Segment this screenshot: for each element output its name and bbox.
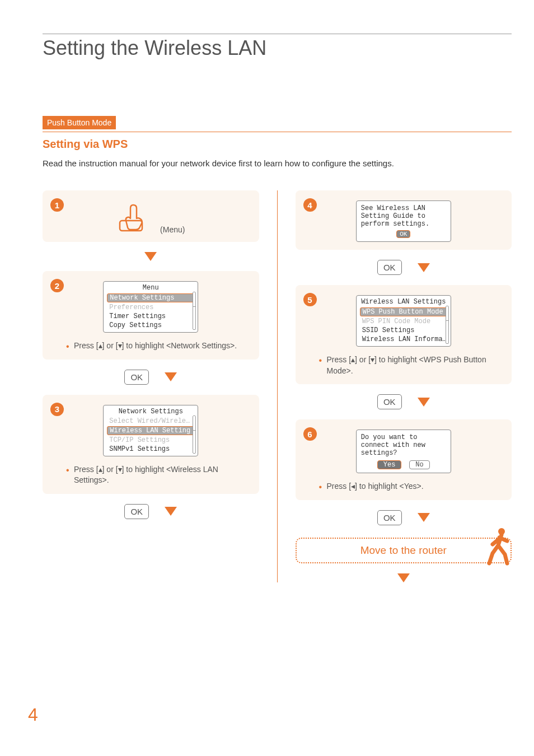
list-item: WPS Push Button Mode [360, 307, 447, 316]
step-4: 4 See Wireless LAN Setting Guide to perf… [296, 190, 512, 250]
page-number: 4 [28, 704, 38, 725]
step-badge: 3 [50, 403, 64, 416]
scrollbar [193, 292, 196, 330]
connector [296, 573, 512, 582]
lcd-line: perform settings. [361, 220, 446, 228]
press-menu-icon [116, 200, 156, 234]
step-instruction: Press [▴] or [▾] to highlight <Network S… [53, 340, 249, 352]
step-2: 2 Menu Network Settings Preferences Time… [43, 271, 259, 360]
list-item: Wireless LAN Setting [107, 426, 194, 435]
step-badge: 2 [50, 279, 64, 292]
list-item: WPS PIN Code Mode [357, 317, 451, 326]
list-item: Network Settings [107, 293, 194, 302]
step-badge: 1 [50, 198, 64, 212]
down-arrow-icon [418, 398, 430, 407]
connector: OK [296, 394, 512, 409]
connector [43, 252, 259, 261]
scrollbar [193, 416, 196, 454]
menu-label: (Menu) [160, 225, 185, 234]
left-column: 1 (Menu) 2 [43, 190, 259, 582]
list-item: Timer Settings [104, 312, 198, 321]
scrollbar [446, 306, 449, 344]
router-banner-text: Move to the router [360, 544, 447, 556]
down-arrow-icon [144, 252, 157, 261]
down-arrow-icon [397, 573, 410, 582]
lcd-title: Menu [104, 284, 198, 293]
page-title: Setting the Wireless LAN [43, 36, 512, 60]
step-5: 5 Wireless LAN Settings WPS Push Button … [296, 285, 512, 384]
lcd-title: Wireless LAN Settings [357, 298, 451, 307]
step-instruction: Press [◂] to highlight <Yes>. [306, 481, 502, 492]
lcd-title: Network Settings [104, 408, 198, 417]
step-instruction: Press [▴] or [▾] to highlight <Wireless … [53, 464, 249, 486]
column-divider [277, 190, 278, 582]
step-1: 1 (Menu) [43, 190, 259, 242]
step-badge: 4 [303, 198, 317, 212]
section-subtitle: Setting via WPS [43, 138, 512, 151]
list-item: TCP/IP Settings [104, 436, 198, 445]
list-item: Preferences [104, 303, 198, 312]
lcd-line: See Wireless LAN [361, 204, 446, 212]
right-column: 4 See Wireless LAN Setting Guide to perf… [296, 190, 512, 582]
list-item: Wireless LAN Informa… [357, 335, 451, 344]
down-arrow-icon [418, 263, 430, 272]
lcd-screen: See Wireless LAN Setting Guide to perfor… [356, 200, 451, 242]
ok-button[interactable]: OK [124, 370, 149, 385]
step-badge: 5 [303, 293, 317, 306]
lcd-line: connect with new [361, 441, 446, 449]
down-arrow-icon [165, 372, 177, 381]
list-item: SNMPv1 Settings [104, 445, 198, 454]
step-3: 3 Network Settings Select Wired/Wirele… … [43, 395, 259, 494]
lcd-no-button[interactable]: No [409, 460, 429, 469]
lcd-line: Setting Guide to [361, 212, 446, 220]
list-item: Copy Settings [104, 321, 198, 330]
lcd-yes-button[interactable]: Yes [377, 460, 402, 469]
lcd-ok-button[interactable]: OK [396, 230, 410, 238]
ok-button[interactable]: OK [377, 510, 402, 525]
list-item: Select Wired/Wirele… [104, 417, 198, 426]
connector: OK [296, 260, 512, 275]
lcd-screen: Do you want to connect with new settings… [356, 430, 451, 473]
ok-button[interactable]: OK [377, 394, 402, 409]
mode-tag: Push Button Mode [43, 116, 116, 129]
lcd-screen: Network Settings Select Wired/Wirele… Wi… [103, 405, 198, 456]
router-banner: Move to the router [296, 538, 512, 563]
walking-person-icon [483, 526, 514, 566]
list-item: SSID Settings [357, 326, 451, 335]
step-instruction: Press [▴] or [▾] to highlight <WPS Push … [306, 354, 502, 376]
ok-button[interactable]: OK [124, 504, 149, 519]
connector: OK [43, 504, 259, 519]
step-6: 6 Do you want to connect with new settin… [296, 419, 512, 500]
ok-button[interactable]: OK [377, 260, 402, 275]
lcd-screen: Menu Network Settings Preferences Timer … [103, 281, 198, 333]
intro-text: Read the instruction manual for your net… [43, 158, 512, 168]
connector: OK [296, 510, 512, 525]
down-arrow-icon [165, 507, 177, 516]
lcd-line: Do you want to [361, 433, 446, 441]
connector: OK [43, 370, 259, 385]
step-badge: 6 [303, 427, 317, 441]
lcd-line: settings? [361, 449, 446, 457]
down-arrow-icon [418, 513, 430, 522]
lcd-screen: Wireless LAN Settings WPS Push Button Mo… [356, 295, 451, 347]
